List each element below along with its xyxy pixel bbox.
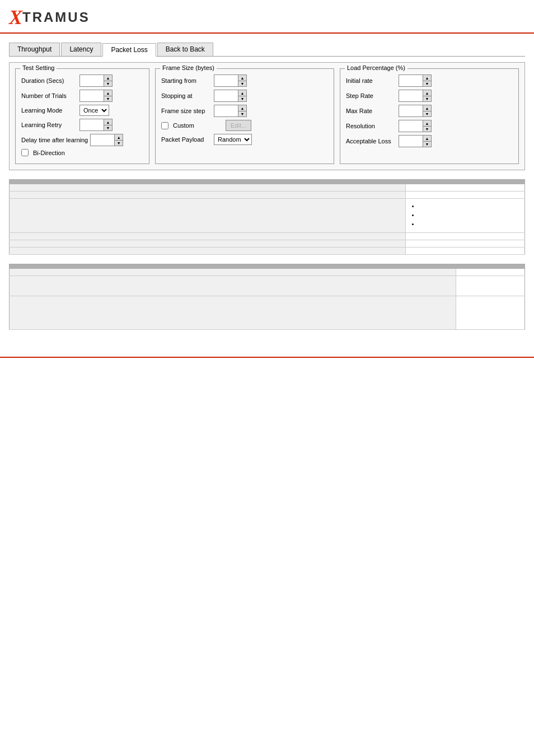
trials-up[interactable]: ▲	[104, 90, 112, 96]
delay-spinner[interactable]: 0.5 ▲ ▼	[90, 134, 123, 146]
initial-rate-spinner[interactable]: 50 ▲ ▼	[399, 74, 432, 87]
tab-throughput[interactable]: Throughput	[9, 43, 60, 56]
delay-label: Delay time after learning	[21, 137, 88, 143]
starting-from-down[interactable]: ▼	[238, 81, 246, 86]
table1	[9, 179, 525, 255]
table-row	[10, 269, 525, 276]
table2-row1-col1	[10, 269, 456, 276]
tab-packet-loss[interactable]: Packet Loss	[102, 43, 156, 57]
stopping-at-row: Stopping at 128 ▲ ▼	[161, 90, 328, 102]
starting-from-up[interactable]: ▲	[238, 75, 246, 81]
starting-from-label: Starting from	[161, 77, 212, 84]
max-rate-down[interactable]: ▼	[423, 111, 431, 116]
trials-spinner[interactable]: 1 ▲ ▼	[79, 90, 113, 102]
frame-size-step-spinner[interactable]: 64 ▲ ▼	[214, 105, 247, 117]
resolution-spinner[interactable]: 1 ▲ ▼	[399, 120, 432, 132]
table-row	[10, 199, 525, 233]
stopping-at-spinner[interactable]: 128 ▲ ▼	[214, 90, 247, 102]
load-percentage-title: Load Percentage (%)	[345, 64, 407, 71]
table2-row2-col2	[456, 276, 524, 296]
config-panel: Test Setting Duration (Secs) 3 ▲ ▼ Numbe…	[9, 62, 525, 170]
acceptable-loss-spinner[interactable]: 0 ▲ ▼	[399, 135, 432, 147]
table1-row5-col1	[10, 240, 406, 248]
resolution-spin-buttons: ▲ ▼	[423, 120, 431, 132]
table1-row2-col2	[406, 192, 525, 199]
acceptable-loss-down[interactable]: ▼	[423, 141, 431, 147]
delay-input[interactable]: 0.5	[91, 134, 114, 146]
max-rate-row: Max Rate 100 ▲ ▼	[346, 105, 513, 117]
frame-size-step-up[interactable]: ▲	[238, 105, 246, 111]
acceptable-loss-up[interactable]: ▲	[423, 136, 431, 141]
delay-down[interactable]: ▼	[115, 140, 123, 146]
frame-size-step-down[interactable]: ▼	[238, 111, 246, 116]
initial-rate-up[interactable]: ▲	[423, 75, 431, 81]
initial-rate-input[interactable]: 50	[399, 75, 423, 86]
learning-retry-down[interactable]: ▼	[104, 125, 112, 130]
frame-size-step-input[interactable]: 64	[214, 105, 238, 116]
stopping-at-spin-buttons: ▲ ▼	[238, 90, 246, 101]
starting-from-spinner[interactable]: 64 ▲ ▼	[214, 74, 247, 87]
table2-row3-col1	[10, 296, 456, 330]
starting-from-row: Starting from 64 ▲ ▼	[161, 74, 328, 87]
table2-section	[9, 264, 525, 330]
learning-retry-up[interactable]: ▲	[104, 119, 112, 125]
tab-bar: Throughput Latency Packet Loss Back to B…	[9, 43, 525, 57]
tab-latency[interactable]: Latency	[61, 43, 101, 56]
table-row	[10, 296, 525, 330]
starting-from-input[interactable]: 64	[214, 75, 238, 86]
learning-retry-input[interactable]: 1	[80, 119, 104, 130]
table1-section	[9, 179, 525, 255]
bi-direction-checkbox[interactable]	[21, 149, 29, 156]
table1-row5-col2	[406, 240, 525, 248]
step-rate-input[interactable]: 10	[399, 90, 423, 101]
trials-row: Number of Trials 1 ▲ ▼	[21, 90, 143, 102]
step-rate-spinner[interactable]: 10 ▲ ▼	[399, 90, 432, 102]
table1-row2-col1	[10, 192, 406, 199]
initial-rate-row: Initial rate 50 ▲ ▼	[346, 74, 513, 87]
step-rate-row: Step Rate 10 ▲ ▼	[346, 90, 513, 102]
duration-up[interactable]: ▲	[104, 75, 112, 81]
edit-button[interactable]: Edit...	[226, 120, 251, 131]
bi-direction-row: Bi-Direction	[21, 149, 143, 156]
acceptable-loss-spin-buttons: ▲ ▼	[423, 136, 431, 147]
duration-spinner[interactable]: 3 ▲ ▼	[79, 74, 113, 87]
learning-retry-spinner[interactable]: 1 ▲ ▼	[79, 119, 113, 131]
max-rate-input[interactable]: 100	[399, 105, 423, 116]
packet-payload-select[interactable]: Random	[214, 134, 252, 145]
delay-up[interactable]: ▲	[115, 134, 123, 140]
resolution-label: Resolution	[346, 123, 396, 129]
stopping-at-up[interactable]: ▲	[238, 90, 246, 96]
resolution-input[interactable]: 1	[399, 120, 423, 132]
table2	[9, 264, 525, 330]
max-rate-up[interactable]: ▲	[423, 105, 431, 111]
test-setting-group: Test Setting Duration (Secs) 3 ▲ ▼ Numbe…	[15, 68, 149, 164]
trials-down[interactable]: ▼	[104, 96, 112, 101]
initial-rate-label: Initial rate	[346, 77, 396, 84]
tab-back-to-back[interactable]: Back to Back	[157, 43, 213, 56]
stopping-at-down[interactable]: ▼	[238, 96, 246, 101]
acceptable-loss-input[interactable]: 0	[399, 136, 423, 147]
table2-row2-col1	[10, 276, 456, 296]
max-rate-spinner[interactable]: 100 ▲ ▼	[399, 105, 432, 117]
stopping-at-input[interactable]: 128	[214, 90, 238, 101]
step-rate-down[interactable]: ▼	[423, 96, 431, 101]
initial-rate-down[interactable]: ▼	[423, 81, 431, 86]
trials-spin-buttons: ▲ ▼	[104, 90, 112, 101]
table1-row3-col2	[406, 199, 525, 233]
packet-payload-row: Packet Payload Random	[161, 134, 328, 145]
initial-rate-spin-buttons: ▲ ▼	[423, 75, 431, 86]
frame-size-group: Frame Size (bytes) Starting from 64 ▲ ▼ …	[155, 68, 334, 164]
trials-input[interactable]: 1	[80, 90, 104, 101]
table1-header	[10, 180, 525, 185]
duration-down[interactable]: ▼	[104, 81, 112, 86]
resolution-up[interactable]: ▲	[423, 120, 431, 126]
list-item	[419, 220, 520, 227]
resolution-down[interactable]: ▼	[423, 126, 431, 132]
table-row	[10, 192, 525, 199]
duration-input[interactable]: 3	[80, 75, 104, 86]
custom-checkbox[interactable]	[161, 122, 168, 129]
step-rate-up[interactable]: ▲	[423, 90, 431, 96]
learning-mode-select[interactable]: Once	[79, 105, 109, 116]
table-row	[10, 248, 525, 255]
table1-row3-col1	[10, 199, 406, 233]
